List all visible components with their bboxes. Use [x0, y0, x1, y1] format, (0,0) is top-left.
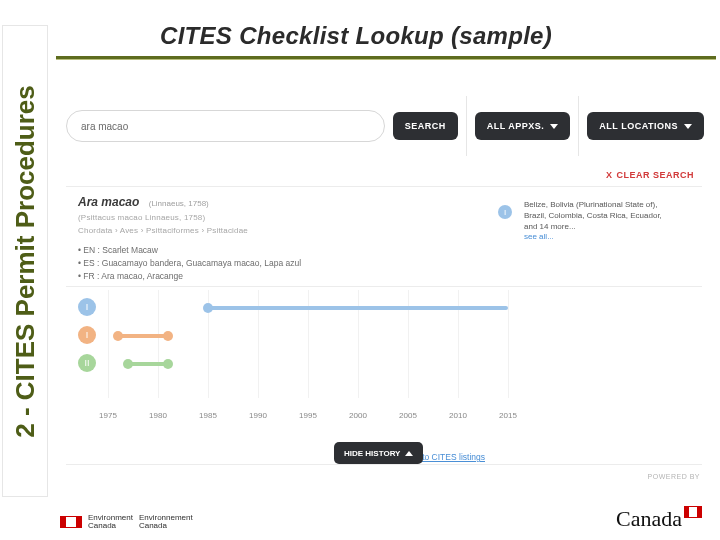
x-axis-label: 2005 — [399, 411, 417, 420]
history-timeline: 197519801985199019952000200520102015IIII — [78, 290, 518, 420]
species-authority: (Linnaeus, 1758) — [149, 199, 209, 208]
hide-history[interactable]: HIDE HISTORY — [334, 442, 423, 464]
clear-search-label: CLEAR SEARCH — [616, 170, 694, 180]
chevron-down-icon — [684, 124, 692, 129]
search-box[interactable] — [66, 110, 385, 142]
timeline-segment — [118, 334, 168, 338]
appendix-badge: I — [498, 205, 512, 219]
appendix-filter-label: ALL APPXS. — [487, 121, 545, 131]
locations-filter[interactable]: ALL LOCATIONS — [587, 112, 704, 140]
distribution-line: and 14 more... — [524, 222, 694, 233]
dept-en: EnvironmentCanada — [88, 514, 133, 530]
title-rule — [56, 56, 716, 60]
divider — [466, 96, 467, 156]
timeline-dot — [163, 331, 173, 341]
timeline-segment — [128, 362, 168, 366]
timeline-dot — [113, 331, 123, 341]
x-axis-label: 2010 — [449, 411, 467, 420]
rule — [66, 186, 702, 187]
see-all-link[interactable]: see all... — [524, 232, 694, 243]
search-button[interactable]: SEARCH — [393, 112, 458, 140]
app-frame: SEARCH ALL APPXS. ALL LOCATIONS XCLEAR S… — [56, 70, 712, 490]
x-axis-label: 1980 — [149, 411, 167, 420]
common-names: EN : Scarlet Macaw ES : Guacamayo bander… — [78, 245, 694, 281]
timeline-dot — [203, 303, 213, 313]
timeline-segment — [208, 306, 508, 310]
species-name: Ara macao — [78, 195, 139, 209]
timeline-dot — [163, 359, 173, 369]
hide-history-label: HIDE HISTORY — [344, 449, 400, 458]
gridline — [108, 290, 109, 398]
chevron-up-icon — [405, 451, 413, 456]
x-axis-label: 1990 — [249, 411, 267, 420]
side-tab-label: 2 - CITES Permit Procedures — [10, 85, 41, 438]
dept-signature: EnvironmentCanada EnvironnementCanada — [60, 514, 193, 530]
common-name-en: EN : Scarlet Macaw — [78, 245, 694, 255]
rule — [66, 464, 702, 465]
filter-bar: SEARCH ALL APPXS. ALL LOCATIONS — [66, 108, 704, 144]
locations-filter-label: ALL LOCATIONS — [599, 121, 678, 131]
x-axis-label: 1995 — [299, 411, 317, 420]
x-axis-label: 2015 — [499, 411, 517, 420]
appendix-badge: I — [78, 298, 96, 316]
canada-flag-icon — [684, 506, 702, 518]
x-axis-label: 1975 — [99, 411, 117, 420]
close-icon: X — [606, 170, 613, 180]
distribution-line: Belize, Bolivia (Plurinational State of)… — [524, 200, 694, 211]
common-name-es: ES : Guacamayo bandera, Guacamaya macao,… — [78, 258, 694, 268]
common-name-fr: FR : Ara macao, Aracange — [78, 271, 694, 281]
distribution-box: Belize, Bolivia (Plurinational State of)… — [524, 200, 694, 243]
search-button-label: SEARCH — [405, 121, 446, 131]
slide: 2 - CITES Permit Procedures CITES Checkl… — [0, 0, 720, 540]
gridline — [158, 290, 159, 398]
x-axis-label: 2000 — [349, 411, 367, 420]
appendix-badge: II — [78, 354, 96, 372]
clear-search[interactable]: XCLEAR SEARCH — [606, 170, 694, 180]
rule — [66, 286, 702, 287]
appendix-filter[interactable]: ALL APPXS. — [475, 112, 571, 140]
appendix-badge: I — [78, 326, 96, 344]
distribution-line: Brazil, Colombia, Costa Rica, Ecuador, — [524, 211, 694, 222]
search-input[interactable] — [81, 121, 370, 132]
gridline — [508, 290, 509, 398]
timeline-dot — [123, 359, 133, 369]
x-axis-label: 1985 — [199, 411, 217, 420]
canada-flag-icon — [60, 516, 82, 528]
powered-by: POWERED BY — [648, 473, 700, 480]
side-tab: 2 - CITES Permit Procedures — [2, 25, 48, 497]
chevron-down-icon — [550, 124, 558, 129]
canada-wordmark: Canada — [616, 506, 702, 532]
divider — [578, 96, 579, 156]
page-title: CITES Checklist Lookup (sample) — [160, 22, 552, 50]
dept-fr: EnvironnementCanada — [139, 514, 193, 530]
